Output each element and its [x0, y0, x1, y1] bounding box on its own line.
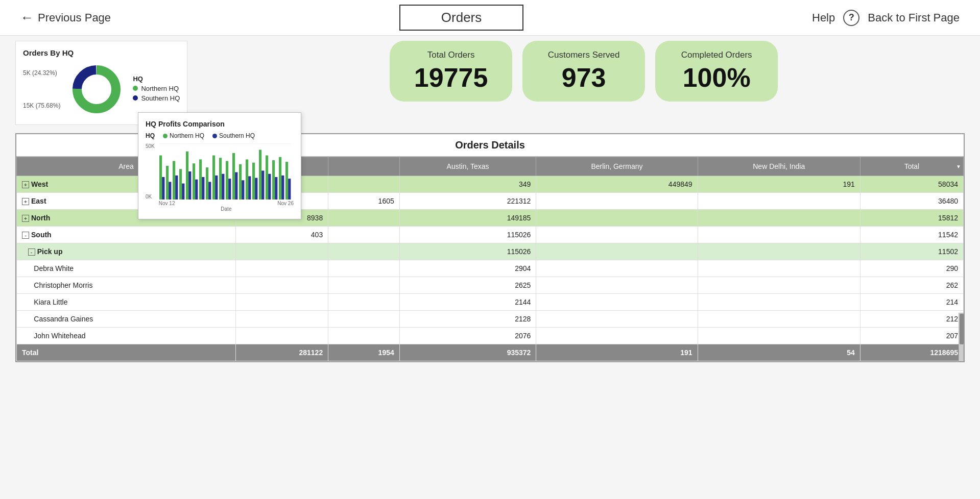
- cell-austin: 349: [399, 176, 536, 193]
- table-row: Cassandra Gaines2128212: [17, 311, 964, 328]
- kpi-completed-orders: Completed Orders 100%: [655, 41, 778, 102]
- donut-labels: 5K (24.32%) 15K (75.68%): [23, 69, 60, 109]
- svg-rect-10: [182, 184, 184, 199]
- expand-icon[interactable]: +: [22, 198, 29, 205]
- table-row: -South40311502611542: [17, 227, 964, 243]
- col-total: Total ▼: [860, 157, 963, 176]
- cell-austin: 115026: [399, 227, 536, 243]
- cell-berlin: [536, 277, 698, 294]
- kpi-cards-row: Total Orders 19775 Customers Served 973 …: [203, 41, 965, 102]
- svg-rect-13: [193, 163, 195, 199]
- legend-northern: Northern HQ: [133, 85, 180, 92]
- svg-rect-3: [159, 156, 162, 199]
- cell-new-delhi: [698, 277, 860, 294]
- cell-col2: [235, 294, 328, 311]
- cell-berlin: [536, 210, 698, 227]
- svg-rect-23: [226, 161, 228, 199]
- cell-total: 36480: [860, 193, 963, 210]
- svg-rect-4: [162, 177, 164, 199]
- cell-area: Cassandra Gaines: [17, 311, 236, 328]
- header: ← Previous Page Orders Help ? Back to Fi…: [0, 0, 980, 36]
- cell-key: [328, 260, 400, 277]
- svg-rect-9: [179, 169, 182, 199]
- cell-key: [328, 294, 400, 311]
- page-title: Orders: [399, 5, 523, 31]
- cell-berlin: [536, 227, 698, 243]
- tooltip-title: HQ Profits Comparison: [146, 120, 294, 128]
- cell-new-delhi: [698, 210, 860, 227]
- tooltip-legend: HQ Northern HQ Southern HQ: [146, 132, 294, 139]
- back-to-first-page-button[interactable]: Back to First Page: [868, 11, 960, 24]
- donut-label-bottom: 15K (75.68%): [23, 102, 60, 109]
- cell-key: 1605: [328, 193, 400, 210]
- svg-rect-16: [202, 177, 204, 199]
- kpi-customers-served-value: 973: [562, 63, 606, 92]
- expand-icon[interactable]: +: [22, 181, 29, 188]
- cell-area: John Whitehead: [17, 328, 236, 344]
- donut-container: 5K (24.32%) 15K (75.68%) HQ North: [23, 61, 180, 117]
- northern-hq-dot: [133, 86, 138, 91]
- cell-austin: 2904: [399, 260, 536, 277]
- table-row: Kiara Little2144214: [17, 294, 964, 311]
- hq-profits-tooltip: HQ Profits Comparison HQ Northern HQ Sou…: [138, 112, 301, 219]
- kpi-customers-served-label: Customers Served: [548, 50, 620, 60]
- cell-total-newdelhi: 54: [698, 344, 860, 361]
- svg-rect-22: [222, 174, 224, 199]
- kpi-total-orders-label: Total Orders: [427, 50, 475, 60]
- svg-rect-19: [212, 156, 215, 199]
- cell-new-delhi: [698, 328, 860, 344]
- legend-hq-label: HQ: [133, 75, 180, 83]
- southern-hq-dot: [133, 95, 138, 101]
- cell-total: 58034: [860, 176, 963, 193]
- cell-key: [328, 311, 400, 328]
- svg-rect-5: [166, 166, 169, 199]
- svg-rect-35: [266, 156, 268, 199]
- svg-rect-34: [261, 170, 264, 199]
- cell-austin: 149185: [399, 210, 536, 227]
- donut-chart-svg: [68, 61, 125, 117]
- cell-area: Kiara Little: [17, 294, 236, 311]
- table-row: Debra White2904290: [17, 260, 964, 277]
- cell-new-delhi: 191: [698, 176, 860, 193]
- cell-new-delhi: [698, 193, 860, 210]
- svg-rect-32: [255, 178, 257, 199]
- collapse-icon[interactable]: -: [22, 232, 29, 239]
- kpi-customers-served: Customers Served 973: [522, 41, 645, 102]
- table-row: John Whitehead2076207: [17, 328, 964, 344]
- collapse-icon[interactable]: -: [28, 248, 35, 256]
- cell-berlin: [536, 294, 698, 311]
- table-scrollbar[interactable]: [959, 313, 964, 362]
- cell-col2: [235, 260, 328, 277]
- tooltip-northern-dot: [163, 134, 168, 138]
- cell-austin: 2625: [399, 277, 536, 294]
- left-arrow-icon: ←: [20, 10, 34, 26]
- cell-austin: 221312: [399, 193, 536, 210]
- cell-berlin: [536, 193, 698, 210]
- svg-rect-41: [285, 162, 288, 199]
- cell-total-berlin: 191: [536, 344, 698, 361]
- y-axis-labels: 50K 0K: [146, 143, 155, 199]
- cell-berlin: [536, 311, 698, 328]
- cell-total: 214: [860, 294, 963, 311]
- cell-total-total: 1218695: [860, 344, 963, 361]
- svg-rect-30: [248, 176, 251, 199]
- tooltip-northern-legend: Northern HQ: [163, 132, 204, 139]
- prev-page-button[interactable]: ← Previous Page: [20, 10, 111, 26]
- cell-new-delhi: [698, 243, 860, 260]
- scrollbar-thumb[interactable]: [960, 314, 964, 344]
- cell-area: Christopher Morris: [17, 277, 236, 294]
- col-newdelhi: New Delhi, India: [698, 157, 860, 176]
- cell-new-delhi: [698, 227, 860, 243]
- y-label-0k: 0K: [146, 194, 155, 199]
- cell-total-col2: 281122: [235, 344, 328, 361]
- svg-rect-33: [259, 150, 261, 199]
- svg-rect-21: [219, 158, 222, 199]
- help-icon-button[interactable]: ?: [843, 10, 859, 26]
- cell-austin: 115026: [399, 243, 536, 260]
- tooltip-southern-legend: Southern HQ: [212, 132, 255, 139]
- cell-berlin: 449849: [536, 176, 698, 193]
- cell-col2: [235, 243, 328, 260]
- svg-rect-26: [235, 172, 237, 199]
- expand-icon[interactable]: +: [22, 215, 29, 222]
- bar-chart-svg: [159, 143, 292, 199]
